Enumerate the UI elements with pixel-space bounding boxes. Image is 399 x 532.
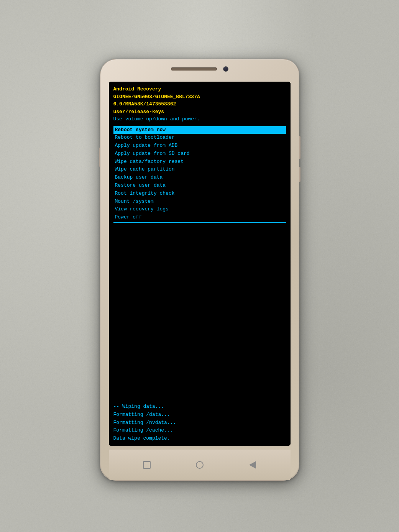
status-line-4: Data wipe complete.	[113, 435, 286, 443]
power-button[interactable]	[299, 136, 300, 159]
volume-down-button[interactable]	[299, 167, 300, 182]
menu-item-2[interactable]: Apply update from ADB	[113, 142, 286, 150]
recent-apps-button[interactable]	[141, 460, 152, 470]
speaker-grille	[171, 67, 217, 71]
menu-item-7[interactable]: Restore user data	[113, 182, 286, 190]
navigation-bar	[109, 450, 291, 480]
menu-item-9[interactable]: Mount /system	[113, 198, 286, 206]
menu-item-3[interactable]: Apply update from SD card	[113, 150, 286, 158]
menu-item-5[interactable]: Wipe cache partition	[113, 166, 286, 174]
status-line-1: Formatting /data...	[113, 411, 286, 419]
device-info-line3: user/release-keys	[113, 108, 286, 116]
status-output: -- Wiping data...Formatting /data...Form…	[109, 226, 291, 446]
menu-item-1[interactable]: Reboot to bootloader	[113, 134, 286, 142]
home-button[interactable]	[194, 460, 205, 470]
instruction-line: Use volume up/down and power.	[113, 115, 286, 123]
phone-device: Android Recovery GIONEE/GN5003/GiONEE_BB…	[100, 59, 299, 481]
triangle-icon	[249, 461, 256, 469]
menu-item-6[interactable]: Backup user data	[113, 174, 286, 182]
status-line-3: Formatting /cache...	[113, 427, 286, 435]
menu-item-4[interactable]: Wipe data/factory reset	[113, 158, 286, 166]
circle-icon	[196, 461, 204, 469]
status-line-2: Formatting /nvdata...	[113, 419, 286, 427]
phone-body: Android Recovery GIONEE/GN5003/GiONEE_BB…	[100, 59, 299, 481]
menu-items-list: Reboot system nowReboot to bootloaderApp…	[113, 126, 286, 223]
header-info: Android Recovery GIONEE/GN5003/GiONEE_BB…	[113, 85, 286, 123]
phone-top-area	[127, 66, 273, 72]
recovery-menu: Android Recovery GIONEE/GN5003/GiONEE_BB…	[109, 82, 291, 226]
volume-up-button[interactable]	[99, 148, 100, 167]
menu-item-10[interactable]: View recovery logs	[113, 205, 286, 213]
menu-divider	[113, 222, 286, 223]
menu-item-8[interactable]: Root integrity check	[113, 190, 286, 198]
menu-item-11[interactable]: Power off	[113, 213, 286, 222]
status-line-0: -- Wiping data...	[113, 403, 286, 411]
back-button[interactable]	[247, 460, 258, 470]
recovery-title: Android Recovery	[113, 85, 286, 93]
front-camera	[223, 66, 228, 72]
device-info-line2: 6.0/MRA58K/1473558862	[113, 100, 286, 108]
phone-screen: Android Recovery GIONEE/GN5003/GiONEE_BB…	[109, 82, 291, 446]
device-info-line1: GIONEE/GN5003/GiONEE_BBL7337A	[113, 93, 286, 101]
menu-item-0[interactable]: Reboot system now	[113, 126, 286, 134]
square-icon	[143, 461, 151, 469]
